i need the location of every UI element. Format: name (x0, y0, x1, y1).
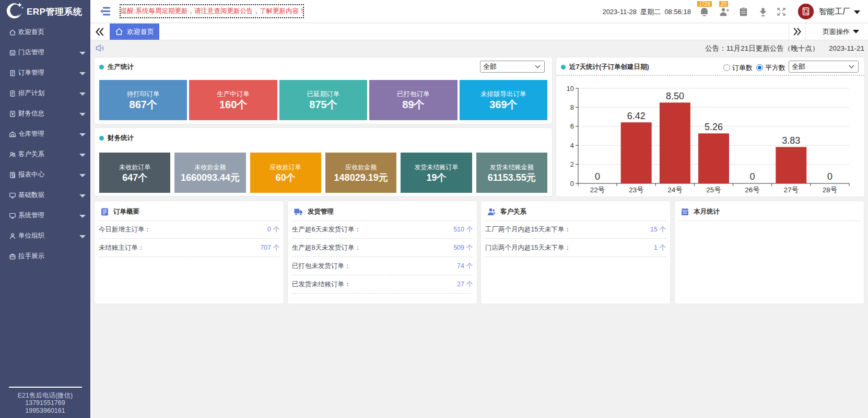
svg-text:0: 0 (827, 171, 832, 182)
svg-text:23号: 23号 (629, 186, 644, 194)
svg-text:28号: 28号 (823, 186, 838, 194)
svg-text:0: 0 (595, 171, 600, 182)
svg-text:8.50: 8.50 (666, 91, 684, 101)
svg-text:0: 0 (750, 171, 755, 182)
svg-text:26号: 26号 (745, 186, 760, 194)
svg-text:22号: 22号 (590, 186, 605, 194)
svg-text:8: 8 (570, 103, 574, 111)
svg-text:0: 0 (570, 180, 574, 188)
svg-text:2: 2 (570, 160, 574, 168)
svg-text:3.83: 3.83 (782, 135, 800, 146)
svg-text:6.42: 6.42 (627, 111, 646, 121)
svg-text:25号: 25号 (706, 186, 721, 194)
svg-text:5.26: 5.26 (705, 122, 723, 132)
svg-text:4: 4 (570, 142, 574, 149)
svg-text:6: 6 (570, 122, 574, 130)
svg-text:27号: 27号 (784, 186, 799, 194)
svg-text:24号: 24号 (667, 186, 683, 194)
svg-text:10: 10 (567, 85, 574, 92)
